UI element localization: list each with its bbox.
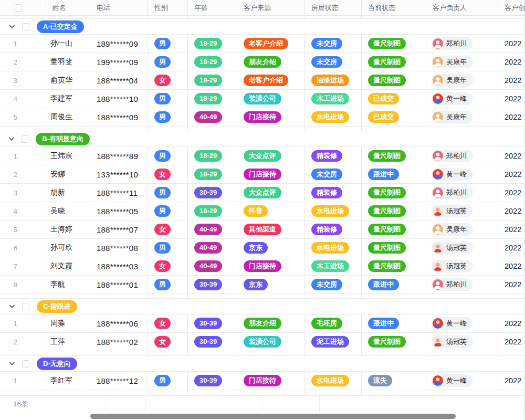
chevron-down-icon[interactable] — [8, 360, 16, 368]
cell-created[interactable]: 2022 — [498, 257, 525, 275]
cell-name[interactable]: 王海婷 — [46, 220, 90, 238]
cell-source[interactable]: 京东 — [237, 239, 305, 257]
cell-created[interactable]: 2022 — [498, 108, 525, 126]
cell-house-status[interactable]: 未交房 — [305, 35, 362, 52]
cell-created[interactable]: 2022 — [498, 220, 525, 238]
cell-owner[interactable]: 黄一峰 — [426, 314, 498, 332]
cell-house-status[interactable]: 水电进场 — [305, 372, 362, 390]
cell-gender[interactable]: 女 — [148, 257, 188, 275]
cell-house-status[interactable]: 木工进场 — [305, 90, 362, 108]
cell-source[interactable]: 老客户介绍 — [237, 71, 305, 89]
cell-name[interactable]: 俞英华 — [46, 71, 90, 89]
cell-current-status[interactable]: 量尺制图 — [362, 220, 426, 238]
chevron-down-icon[interactable] — [8, 303, 16, 310]
cell-current-status[interactable]: 流失 — [362, 372, 426, 390]
cell-source[interactable]: 抖音 — [237, 202, 305, 220]
cell-gender[interactable]: 男 — [148, 35, 188, 52]
cell-owner[interactable]: 汤冠英 — [426, 202, 498, 220]
cell-gender[interactable]: 男 — [148, 239, 188, 257]
cell-phone[interactable]: 189******09 — [90, 35, 148, 52]
group-checkbox[interactable] — [22, 360, 29, 368]
cell-age[interactable]: 30-39 — [188, 276, 237, 293]
cell-age[interactable]: 18-29 — [188, 90, 237, 108]
cell-current-status[interactable]: 量尺制图 — [362, 147, 426, 165]
cell-phone[interactable]: 133******10 — [90, 165, 148, 183]
cell-age[interactable]: 18-29 — [188, 53, 237, 71]
cell-phone[interactable]: 188******12 — [90, 372, 148, 390]
cell-current-status[interactable]: 跟进中 — [362, 165, 426, 183]
cell-house-status[interactable]: 水电进场 — [305, 202, 362, 220]
cell-gender[interactable]: 男 — [148, 276, 188, 293]
cell-phone[interactable]: 188******05 — [90, 202, 148, 220]
cell-owner[interactable]: 郑柏川 — [426, 276, 498, 293]
cell-current-status[interactable]: 量尺制图 — [362, 53, 426, 71]
cell-gender[interactable]: 男 — [148, 108, 188, 126]
cell-house-status[interactable]: 精装修 — [305, 184, 362, 202]
cell-age[interactable]: 18-29 — [188, 147, 237, 165]
cell-name[interactable]: 孙一山 — [46, 35, 90, 52]
cell-age[interactable]: 18-29 — [188, 71, 237, 89]
cell-phone[interactable]: 188******04 — [90, 71, 148, 89]
cell-phone[interactable]: 188******09 — [90, 108, 148, 126]
cell-created[interactable]: 2022 — [498, 90, 525, 108]
cell-created[interactable]: 2022 — [498, 276, 525, 293]
cell-owner[interactable]: 汤冠英 — [426, 239, 498, 257]
cell-house-status[interactable]: 精装修 — [305, 147, 362, 165]
cell-name[interactable]: 吴晓 — [46, 202, 90, 220]
cell-created[interactable]: 2022 — [498, 239, 525, 257]
cell-phone[interactable]: 188******11 — [90, 184, 148, 202]
cell-house-status[interactable]: 泥工进场 — [305, 333, 362, 351]
cell-source[interactable]: 朋友介绍 — [237, 53, 305, 71]
chevron-down-icon[interactable] — [8, 23, 16, 30]
cell-source[interactable]: 装潢公司 — [237, 333, 305, 351]
cell-created[interactable]: 2022 — [498, 53, 525, 71]
cell-source[interactable]: 门店接待 — [237, 257, 305, 275]
cell-gender[interactable]: 女 — [148, 165, 188, 183]
cell-house-status[interactable]: 毛坯房 — [305, 314, 362, 332]
cell-gender[interactable]: 男 — [148, 372, 188, 390]
cell-age[interactable]: 30-39 — [188, 333, 237, 351]
cell-source[interactable]: 装潢公司 — [237, 90, 305, 108]
cell-age[interactable]: 18-29 — [188, 35, 237, 52]
cell-current-status[interactable]: 量尺制图 — [362, 184, 426, 202]
cell-owner[interactable]: 黄一峰 — [426, 90, 498, 108]
cell-created[interactable]: 2022 — [498, 333, 525, 351]
header-cell-current-status[interactable]: 当前状态 — [362, 0, 426, 15]
cell-gender[interactable]: 男 — [148, 53, 188, 71]
group-checkbox[interactable] — [21, 135, 28, 143]
cell-owner[interactable]: 黄一峰 — [426, 165, 498, 183]
cell-created[interactable]: 2022 — [498, 71, 525, 89]
cell-source[interactable]: 门店接待 — [237, 165, 305, 183]
group-checkbox[interactable] — [22, 303, 29, 310]
cell-owner[interactable]: 吴康年 — [426, 53, 498, 71]
cell-source[interactable]: 朋友介绍 — [237, 314, 305, 332]
cell-name[interactable]: 王萍 — [46, 333, 90, 351]
cell-source[interactable]: 大众点评 — [237, 147, 305, 165]
cell-created[interactable]: 2022 — [498, 35, 525, 52]
cell-house-status[interactable]: 木工进场 — [305, 257, 362, 275]
cell-gender[interactable]: 男 — [148, 90, 188, 108]
cell-gender[interactable]: 女 — [148, 333, 188, 351]
cell-house-status[interactable]: 未交房 — [305, 165, 362, 183]
cell-house-status[interactable]: 水电进场 — [305, 239, 362, 257]
cell-current-status[interactable]: 量尺制图 — [362, 35, 426, 52]
select-all-checkbox[interactable] — [15, 4, 22, 12]
cell-gender[interactable]: 女 — [148, 220, 188, 238]
cell-age[interactable]: 18-29 — [188, 165, 237, 183]
cell-name[interactable]: 李红军 — [46, 372, 90, 390]
cell-current-status[interactable]: 已成交 — [362, 108, 426, 126]
cell-owner[interactable]: 郑柏川 — [426, 184, 498, 202]
cell-owner[interactable]: 郑柏川 — [426, 35, 498, 52]
cell-phone[interactable]: 199******09 — [90, 53, 148, 71]
cell-age[interactable]: 18-29 — [188, 202, 237, 220]
cell-gender[interactable]: 女 — [148, 314, 188, 332]
header-cell-house-status[interactable]: 房屋状态 — [305, 0, 362, 15]
cell-current-status[interactable]: 跟进中 — [362, 276, 426, 293]
chevron-down-icon[interactable] — [8, 135, 15, 143]
cell-source[interactable]: 老客户介绍 — [237, 35, 305, 52]
cell-current-status[interactable]: 量尺制图 — [362, 257, 426, 275]
cell-created[interactable]: 2022 — [498, 202, 525, 220]
cell-age[interactable]: 40-49 — [188, 239, 237, 257]
cell-gender[interactable]: 男 — [148, 184, 188, 202]
header-cell-phone[interactable]: 电话 — [90, 0, 148, 15]
